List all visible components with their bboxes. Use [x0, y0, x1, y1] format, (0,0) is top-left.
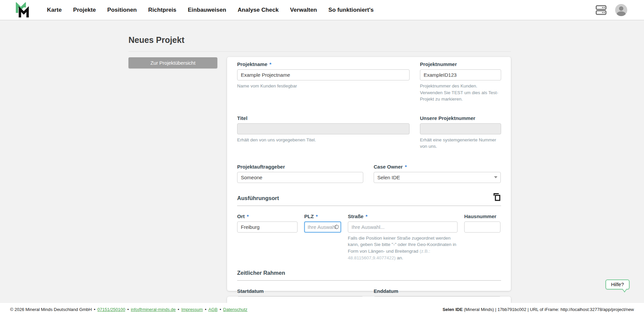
top-navbar: Karte Projekte Positionen Richtpreis Ein…	[0, 0, 644, 20]
field-titel: Titel Erhält den von uns vorgegebenen Ti…	[237, 115, 410, 150]
titel-label: Titel	[237, 115, 410, 121]
server-dns-icon[interactable]	[596, 5, 606, 15]
main-nav: Karte Projekte Positionen Richtpreis Ein…	[47, 7, 374, 13]
hausnummer-label: Hausnummer	[464, 213, 500, 219]
projektname-input[interactable]	[237, 69, 410, 80]
field-plz: PLZ *	[304, 213, 341, 261]
section-ausfuehrungsort: Ausführungsort	[237, 193, 501, 206]
hausnummer-input[interactable]	[464, 222, 500, 233]
user-avatar[interactable]	[615, 4, 627, 16]
unsere-projektnummer-input	[420, 123, 501, 134]
projektname-helper: Name vom Kunden festlegbar	[237, 83, 410, 89]
agb-link[interactable]: AGB	[208, 307, 217, 312]
session-user: Selen IDE	[442, 307, 463, 312]
ort-label: Ort *	[237, 213, 298, 219]
hilfe-button[interactable]: Hilfe?	[605, 279, 630, 290]
avatar-head-icon	[619, 6, 624, 11]
email-link[interactable]: info@mineral-minds.de	[131, 307, 176, 312]
ausfuehrungsort-heading: Ausführungsort	[237, 195, 279, 201]
case-owner-selected-value: Selen IDE	[377, 175, 400, 180]
nav-item-so-funktionierts[interactable]: So funktioniert's	[328, 7, 374, 13]
nav-item-projekte[interactable]: Projekte	[73, 7, 96, 13]
titel-helper: Erhält den von uns vorgegebenen Titel.	[237, 137, 410, 143]
strasse-input[interactable]	[348, 222, 458, 233]
chevron-down-icon	[494, 176, 497, 178]
field-unsere-projektnummer: Unsere Projektnummer Erhält eine systemg…	[420, 115, 501, 150]
unsere-projektnummer-label: Unsere Projektnummer	[420, 115, 501, 121]
case-owner-label: Case Owner *	[374, 164, 501, 170]
projektnummer-input[interactable]	[420, 69, 501, 80]
field-strasse: Straße * Falls die Position keiner Straß…	[348, 213, 458, 261]
field-hausnummer: Hausnummer	[464, 213, 500, 261]
title-divider	[128, 51, 511, 52]
required-asterisk: *	[316, 213, 318, 219]
required-asterisk: *	[247, 213, 249, 219]
projektnummer-helper: Projektnummer des Kunden. Verwenden Sie …	[420, 83, 501, 103]
phone-link[interactable]: 07151/250100	[97, 307, 125, 312]
nav-item-positionen[interactable]: Positionen	[107, 7, 137, 13]
mineral-minds-logo-icon[interactable]	[15, 2, 30, 18]
copyright-text: © 2026 Mineral Minds Deutschland GmbH	[10, 307, 92, 312]
field-ort: Ort *	[237, 213, 298, 261]
field-projektauftraggeber: Projektauftraggeber	[237, 164, 363, 183]
loading-spinner-icon	[334, 225, 339, 229]
field-case-owner: Case Owner * Selen IDE	[374, 164, 501, 183]
required-asterisk: *	[405, 164, 407, 170]
footer: © 2026 Mineral Minds Deutschland GmbH • …	[0, 303, 644, 316]
impressum-link[interactable]: Impressum	[181, 307, 203, 312]
main-content: Neues Projekt Zur Projektübersicht Proje…	[0, 20, 644, 303]
zeitlicher-rahmen-heading: Zeitlicher Rahmen	[237, 270, 285, 276]
copy-icon[interactable]	[492, 193, 501, 202]
required-asterisk: *	[269, 61, 271, 67]
project-form-card: Projektname * Name vom Kunden festlegbar…	[227, 57, 511, 291]
unsere-projektnummer-helper: Erhält eine systemgenerierte Nummer von …	[420, 137, 501, 150]
nav-item-analyse-check[interactable]: Analyse Check	[237, 7, 278, 13]
strasse-label: Straße *	[348, 213, 458, 219]
strasse-helper: Falls die Position keiner Straße zugeord…	[348, 235, 458, 261]
avatar-body-icon	[617, 11, 626, 16]
nav-item-richtpreis[interactable]: Richtpreis	[148, 7, 176, 13]
projektauftraggeber-input[interactable]	[237, 172, 363, 183]
ort-input[interactable]	[237, 222, 298, 233]
session-info: Selen IDE (Mineral Minds) | 17bb791bc002…	[442, 307, 634, 312]
field-projektname: Projektname * Name vom Kunden festlegbar	[237, 61, 410, 103]
nav-item-einbauweisen[interactable]: Einbauweisen	[188, 7, 226, 13]
plz-label: PLZ *	[304, 213, 341, 219]
section-zeitlicher-rahmen: Zeitlicher Rahmen	[237, 270, 501, 281]
page-title: Neues Projekt	[128, 35, 184, 45]
projektauftraggeber-label: Projektauftraggeber	[237, 164, 363, 170]
required-asterisk: *	[366, 213, 368, 219]
enddatum-label: Enddatum	[374, 288, 501, 294]
startdatum-label: Startdatum	[237, 288, 363, 294]
projektnummer-label: Projektnummer	[420, 61, 501, 67]
projektname-label: Projektname *	[237, 61, 410, 67]
next-card-preview	[227, 297, 511, 303]
titel-input	[237, 123, 410, 134]
nav-item-karte[interactable]: Karte	[47, 7, 62, 13]
datenschutz-link[interactable]: Datenschutz	[223, 307, 247, 312]
nav-item-verwalten[interactable]: Verwalten	[290, 7, 317, 13]
case-owner-select[interactable]: Selen IDE	[374, 172, 501, 183]
zur-projektuebersicht-button[interactable]: Zur Projektübersicht	[128, 57, 217, 68]
field-projektnummer: Projektnummer Projektnummer des Kunden. …	[420, 61, 501, 103]
